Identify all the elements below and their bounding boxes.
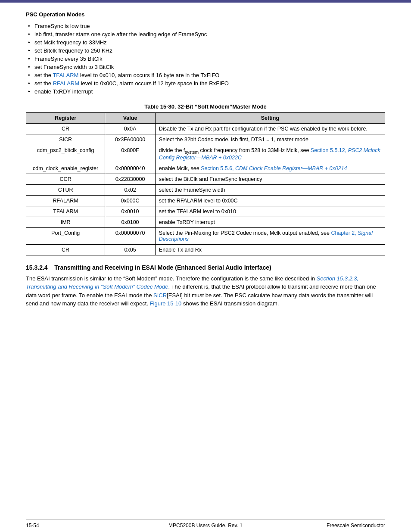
footer-left: 15-54 [26,523,39,529]
reg-cell: CR [26,244,105,255]
set-cell: select the BitClk and FrameSync frequenc… [155,174,385,184]
subsection-para: The ESAI transmission is similar to the … [26,274,385,308]
section-title: PSC Operation Modes [26,11,385,18]
col-header-register: Register [26,113,105,124]
table-row: cdm_psc2_bitclk_config 0x800F divide the… [26,145,385,163]
table-title: Table 15-80. 32-Bit “Soft Modem”Master M… [26,103,385,110]
chapter-link[interactable]: Chapter 2, Signal Descriptions [159,230,373,242]
list-item: set the TFALARM level to 0x010, alarm oc… [34,71,385,79]
col-header-value: Value [105,113,156,124]
set-cell: Enable Tx and Rx [155,244,385,255]
footer-right: Freescale Semiconductor [327,523,385,529]
sicr-link[interactable]: SICR [153,292,167,299]
page-content: PSC Operation Modes FrameSync is low tru… [0,3,411,330]
table-row: cdm_clock_enable_register 0x00000040 ena… [26,163,385,174]
val-cell: 0x02 [105,184,156,195]
val-cell: 0x05 [105,244,156,255]
val-cell: 0x0A [105,124,156,134]
reg-cell: CTUR [26,184,105,195]
para-text-4: shows the ESAI transmission diagram. [181,300,279,307]
rfalarm-link[interactable]: RFALARM [53,80,79,87]
para-text-1: The ESAI transmission is similar to the … [26,275,317,282]
val-cell: 0x00000040 [105,163,156,174]
subsection-heading: 15.3.2.4 Transmitting and Receiving in E… [26,264,385,271]
reg-cell: IMR [26,217,105,227]
table-row: CR 0x05 Enable Tx and Rx [26,244,385,255]
reg-cell: CCR [26,174,105,184]
table-row: SICR 0x3FA00000 Select the 32bit Codec m… [26,134,385,145]
set-cell: divide the fsystem clock frequency from … [155,145,385,163]
set-cell: set the TFALARM level to 0x010 [155,206,385,217]
list-item: set the RFALARM level to 0x00C, alarm oc… [34,79,385,87]
reg-cell: Port_Config [26,227,105,244]
table-row: Port_Config 0x00000070 Select the Pin-Mu… [26,227,385,244]
register-table: Register Value Setting CR 0x0A Disable t… [26,112,385,255]
set-cell: Disable the Tx and Rx part for configura… [155,124,385,134]
footer-center: MPC5200B Users Guide, Rev. 1 [168,523,243,529]
table-row: TFALARM 0x0010 set the TFALARM level to … [26,206,385,217]
reg-cell: TFALARM [26,206,105,217]
set-cell: Select the Pin-Muxing for PSC2 Codec mod… [155,227,385,244]
bullet-list: FrameSync is low true lsb first, transfe… [34,22,385,96]
set-cell: enable Mclk, see Section 5.5.6, CDM Cloc… [155,163,385,174]
table-row: RFALARM 0x000C set the RFALARM level to … [26,195,385,206]
list-item: set Bitclk frequency to 250 KHz [34,47,385,55]
reg-cell: cdm_clock_enable_register [26,163,105,174]
list-item: enable TxRDY interrupt [34,87,385,96]
table-row: CR 0x0A Disable the Tx and Rx part for c… [26,124,385,134]
set-cell: Select the 32bit Codec mode, lsb first, … [155,134,385,145]
figure-link[interactable]: Figure 15-10 [150,300,182,307]
list-item: FrameSync every 35 BitClk [34,55,385,63]
val-cell: 0x0100 [105,217,156,227]
val-cell: 0x3FA00000 [105,134,156,145]
val-cell: 0x22830000 [105,174,156,184]
table-row: CCR 0x22830000 select the BitClk and Fra… [26,174,385,184]
section-link-2[interactable]: Section 5.5.6, CDM Clock Enable Register… [201,165,347,171]
set-cell: select the FrameSync width [155,184,385,195]
val-cell: 0x0010 [105,206,156,217]
reg-cell: SICR [26,134,105,145]
table-row: CTUR 0x02 select the FrameSync width [26,184,385,195]
list-item: set Mclk frequency to 33MHz [34,38,385,47]
footer-line [26,520,385,520]
set-cell: set the RFALARM level to 0x00C [155,195,385,206]
subsection-title: Transmitting and Receiving in ESAI Mode … [54,264,271,271]
reg-cell: RFALARM [26,195,105,206]
reg-cell: CR [26,124,105,134]
list-item: set FrameSync width to 3 BitClk [34,63,385,71]
val-cell: 0x00000070 [105,227,156,244]
list-item: lsb first, transfer starts one cycle aft… [34,30,385,38]
val-cell: 0x800F [105,145,156,163]
col-header-setting: Setting [155,113,385,124]
list-item: FrameSync is low true [34,22,385,30]
set-cell: enable TxRDY interrupt [155,217,385,227]
footer: 15-54 MPC5200B Users Guide, Rev. 1 Frees… [26,523,385,529]
val-cell: 0x000C [105,195,156,206]
tfalarm-link[interactable]: TFALARM [53,72,78,78]
table-row: IMR 0x0100 enable TxRDY interrupt [26,217,385,227]
subsection-number: 15.3.2.4 [26,264,48,271]
reg-cell: cdm_psc2_bitclk_config [26,145,105,163]
